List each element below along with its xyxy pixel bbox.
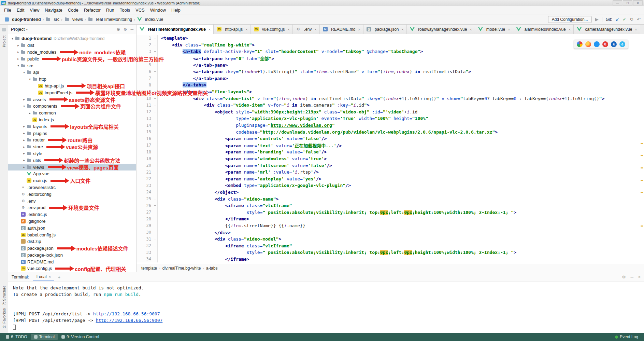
code-line[interactable]: 23<embed type="application/x-google-vlc-… xyxy=(137,182,644,189)
tree-item-components[interactable]: ▾components页面公共组件文件 xyxy=(8,103,136,110)
stripe-button-7-structure[interactable]: 7: Structure xyxy=(2,286,6,305)
menu-edit[interactable]: Edit xyxy=(14,7,27,13)
chevron-closed-icon[interactable]: ▸ xyxy=(16,50,20,54)
code-line[interactable]: 17<param name='text' value='正在加载视频中...'/… xyxy=(137,142,644,149)
chevron-down-icon[interactable]: ▾ xyxy=(26,28,28,31)
close-icon[interactable]: × xyxy=(358,27,360,31)
statusbar-6-todo[interactable]: 6: TODO xyxy=(3,334,30,340)
close-icon[interactable]: × xyxy=(401,27,403,31)
tree-item-index.js[interactable]: JSindex.js xyxy=(8,117,136,123)
stripe-button-2-favorites[interactable]: 2: Favorites xyxy=(2,308,6,328)
tree-item-.env.prod[interactable]: ⚙.env.prod环境变量文件 xyxy=(8,204,136,211)
terminal-output[interactable]: Note that the development build is not o… xyxy=(8,282,644,333)
tab-alarmVideos-index-vue[interactable]: alarmVideos\index.vue× xyxy=(513,25,574,34)
code-line[interactable]: 2−<div class="realTime bg-white"> xyxy=(137,42,644,49)
breadcrumb-item-index.vue[interactable]: index.vue xyxy=(136,17,164,22)
add-configuration-button[interactable]: Add Configuration... xyxy=(548,16,592,23)
breadcrumb-item-duoji-frontend[interactable]: duoji-frontend xyxy=(3,17,42,22)
chevron-closed-icon[interactable]: ▸ xyxy=(16,57,20,60)
tree-item-babel.config.js[interactable]: JSbabel.config.js xyxy=(8,231,136,238)
terminal-link[interactable]: http://192.168.66.56:9007 xyxy=(96,318,163,323)
tree-item-duoji-frontend[interactable]: ▾duoji-frontendD:\zheheWeb\duoji-fronten… xyxy=(8,35,136,42)
code-line[interactable]: 6−<a-tab-pane :key="(index+1).toString()… xyxy=(137,68,644,75)
terminal-link[interactable]: http://192.168.66.56:9007 xyxy=(93,311,160,316)
terminal-tab-local[interactable]: Local × xyxy=(33,273,54,281)
tree-item-store[interactable]: ▸storevuex公共资源 xyxy=(8,144,136,150)
code-line[interactable]: 21<param name='mrl' :value='i.rtsp'/> xyxy=(137,169,644,176)
statusbar-event-log[interactable]: Event Log xyxy=(612,334,641,340)
statusbar-9-version-control[interactable]: 9: Version Control xyxy=(58,334,102,340)
error-stripe-mark[interactable] xyxy=(641,155,643,156)
tree-item-api[interactable]: ▾api xyxy=(8,69,136,76)
tab-http-api-js[interactable]: JShttp-api.js× xyxy=(214,25,251,34)
tree-item-node_modules[interactable]: ▸node_modulesnode_modules依赖 xyxy=(8,49,136,56)
code-line[interactable]: 30</div> xyxy=(137,229,644,236)
menu-navigate[interactable]: Navigate xyxy=(42,7,65,13)
fold-marker-icon[interactable]: − xyxy=(153,204,157,207)
code-line[interactable]: 14pluginspage="http://www.videolan.org" xyxy=(137,122,644,129)
tree-item-.browserslistrc[interactable]: ≡.browserslistrc xyxy=(8,184,136,191)
new-terminal-icon[interactable]: + xyxy=(58,274,60,280)
breadcrumb-item-template[interactable]: template xyxy=(141,266,157,271)
close-icon[interactable]: × xyxy=(569,27,571,31)
menu-help[interactable]: Help xyxy=(169,7,183,13)
tab-realTimeMonitoring-index-vue[interactable]: realTimeMonitoring\index.vue× xyxy=(137,25,214,34)
menu-vcs[interactable]: VCS xyxy=(133,7,147,13)
fold-marker-icon[interactable]: − xyxy=(153,70,157,73)
menu-window[interactable]: Window xyxy=(147,7,169,13)
tab--env[interactable]: ⚙.env× xyxy=(293,25,320,34)
rollback-icon[interactable]: ↶ xyxy=(637,17,641,22)
close-icon[interactable]: × xyxy=(245,27,247,31)
code-line[interactable]: 1−<template> xyxy=(137,35,644,42)
close-icon[interactable]: × xyxy=(287,27,289,31)
code-line[interactable]: 34</iframe> xyxy=(137,256,644,263)
maximize-button[interactable]: □ xyxy=(623,0,632,5)
code-line[interactable]: 19<param name='windowless' value='true'> xyxy=(137,155,644,162)
tab-README-md[interactable]: MREADME.md× xyxy=(320,25,363,34)
tree-item-router[interactable]: ▸routerrouter路由 xyxy=(8,137,136,144)
tree-item-src[interactable]: ▾src xyxy=(8,62,136,69)
code-line[interactable]: 8</a-tabs> xyxy=(137,82,644,88)
chevron-closed-icon[interactable]: ▸ xyxy=(22,159,26,162)
code-line[interactable]: 10−<div class="video-list" v-for="(item,… xyxy=(137,95,644,102)
gear-icon[interactable]: ⚙ xyxy=(124,27,127,32)
breadcrumb-item-a-tabs[interactable]: a-tabs xyxy=(206,266,217,271)
chevron-open-icon[interactable]: ▾ xyxy=(28,78,32,81)
tree-item-assets[interactable]: ▸assetsassets静态资源文件 xyxy=(8,96,136,103)
code-line[interactable]: 20<param name='fullscreen' value='false'… xyxy=(137,162,644,169)
tree-item-importExcel.js[interactable]: JSimportExcel.js暴露环境变量地址给图片or视频资源路径变量相关 xyxy=(8,89,211,96)
chrome-browser-icon[interactable] xyxy=(577,41,583,47)
menu-refactor[interactable]: Refactor xyxy=(81,7,103,13)
code-line[interactable]: 15codebase="http://downloads.videolan.or… xyxy=(137,128,644,135)
chevron-closed-icon[interactable]: ▸ xyxy=(28,111,32,115)
tree-item-.eslintrc.js[interactable]: E.eslintrc.js xyxy=(8,211,136,218)
code-editor[interactable]: 1−<template>2−<div class="realTime bg-wh… xyxy=(137,34,644,264)
error-stripe-mark[interactable] xyxy=(641,167,643,168)
code-line[interactable]: 29{{item.streetName}} {{i.name}} xyxy=(137,222,644,229)
breadcrumb-item-div-realTime-bg-white[interactable]: div.realTime.bg-white xyxy=(162,266,201,271)
chevron-open-icon[interactable]: ▾ xyxy=(22,71,26,74)
fold-marker-icon[interactable]: − xyxy=(153,197,157,201)
fold-marker-icon[interactable]: − xyxy=(153,110,157,114)
tree-item-vue.config.js[interactable]: JSvue.config.jsconfig配置、代理相关 xyxy=(8,265,136,272)
firefox-browser-icon[interactable] xyxy=(585,41,591,47)
tree-item-.editorconfig[interactable]: ⚙.editorconfig xyxy=(8,191,136,197)
fold-marker-icon[interactable]: − xyxy=(153,50,157,53)
gear-icon[interactable]: ⚙ xyxy=(622,275,626,279)
minimize-button[interactable]: — xyxy=(613,0,622,5)
tree-item-common[interactable]: ▸common xyxy=(8,110,136,117)
error-stripe-mark[interactable] xyxy=(641,180,643,181)
history-icon[interactable]: ↻ xyxy=(630,17,633,22)
tab-package-json[interactable]: {}package.json× xyxy=(363,25,407,34)
code-line[interactable]: 12−<object style="width:390px;height:219… xyxy=(137,109,644,115)
chevron-closed-icon[interactable]: ▸ xyxy=(22,165,26,169)
menu-run[interactable]: Run xyxy=(103,7,117,13)
tree-item-layouts[interactable]: ▸layoutslayouts全局布局相关 xyxy=(8,123,136,130)
code-line[interactable]: 25−<div class="video-name"> xyxy=(137,195,644,202)
fold-marker-icon[interactable]: − xyxy=(153,244,157,248)
close-icon[interactable]: × xyxy=(49,275,51,279)
breadcrumb-item-realTimeMonitoring[interactable]: realTimeMonitoring xyxy=(87,17,133,22)
close-icon[interactable]: × xyxy=(209,27,211,31)
code-line[interactable]: 33style=" position:absolute;visibility:i… xyxy=(137,249,644,256)
vcs-update-icon[interactable]: ↙ xyxy=(615,17,619,22)
